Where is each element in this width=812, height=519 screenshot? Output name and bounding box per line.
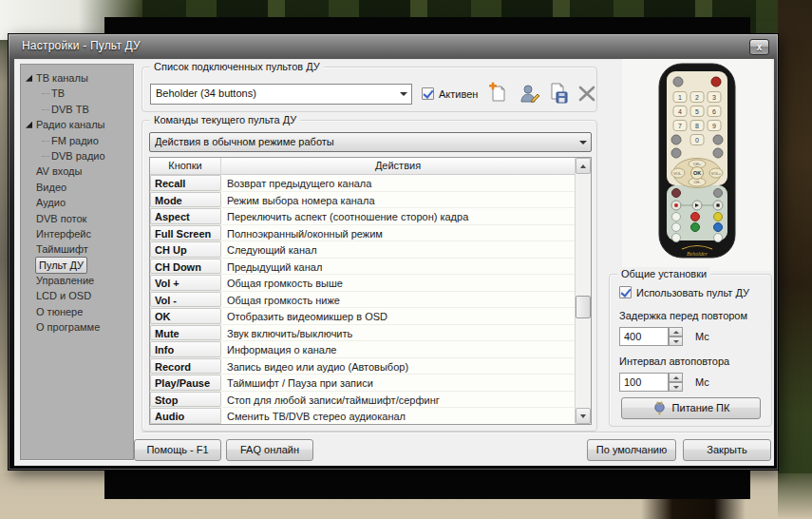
action-cell[interactable]: Сменить ТВ/DVB стерео аудиоканал bbox=[221, 408, 575, 424]
sidebar-item[interactable]: О тюнере bbox=[21, 304, 133, 319]
scroll-up-icon[interactable] bbox=[576, 158, 591, 174]
button-name-cell[interactable]: Info bbox=[150, 341, 221, 357]
action-cell[interactable]: Переключить аспект (соотношение сторон) … bbox=[221, 208, 575, 224]
action-cell[interactable]: Общая громкость ниже bbox=[221, 292, 575, 308]
sidebar-item[interactable]: Управление bbox=[21, 273, 133, 288]
sidebar-item[interactable]: Пульт ДУ bbox=[21, 258, 133, 273]
sidebar-item[interactable]: Видео bbox=[21, 180, 133, 195]
dialog-client-area: ТВ каналыТВDVB ТВРадио каналыFM радиоDVB… bbox=[14, 59, 774, 466]
table-row[interactable]: CH UpСледующий канал bbox=[150, 241, 575, 259]
action-cell[interactable]: Полноэкранный/оконный режим bbox=[221, 225, 575, 241]
table-scrollbar[interactable] bbox=[575, 158, 591, 424]
table-row[interactable]: Play/PauseТаймшифт / Пауза при записи bbox=[150, 375, 575, 392]
help-button[interactable]: Помощь - F1 bbox=[134, 439, 221, 461]
chevron-down-icon[interactable] bbox=[395, 85, 411, 104]
pc-power-button[interactable]: Питание ПК bbox=[621, 397, 761, 419]
sidebar-item[interactable]: ТВ bbox=[21, 86, 133, 101]
column-header-actions[interactable]: Действия bbox=[221, 158, 575, 174]
button-name-cell[interactable]: Mute bbox=[150, 325, 221, 341]
button-name-cell[interactable]: Full Screen bbox=[150, 225, 221, 241]
spin-up-icon[interactable] bbox=[669, 373, 683, 382]
remote-select[interactable]: Beholder (34 buttons) bbox=[150, 84, 412, 105]
action-cell[interactable]: Отобразить видеомикшер в OSD bbox=[221, 308, 575, 324]
checkbox-check-icon[interactable] bbox=[422, 87, 434, 100]
checkbox-check-icon[interactable] bbox=[619, 286, 632, 298]
sidebar-item[interactable]: DVB ТВ bbox=[21, 102, 133, 117]
svg-text:VOL+: VOL+ bbox=[711, 171, 722, 176]
column-header-buttons[interactable]: Кнопки bbox=[150, 158, 221, 174]
button-name-cell[interactable]: CH Down bbox=[150, 259, 221, 275]
button-name-cell[interactable]: Aspect bbox=[150, 208, 221, 224]
sidebar-item[interactable]: DVB поток bbox=[21, 211, 133, 226]
sidebar-item[interactable]: Таймшифт bbox=[21, 241, 133, 257]
edit-remote-icon[interactable] bbox=[519, 82, 541, 105]
close-button[interactable]: Закрыть bbox=[683, 439, 771, 461]
window-close-button[interactable]: x bbox=[749, 39, 769, 55]
sidebar-item[interactable]: О программе bbox=[21, 319, 133, 335]
action-cell[interactable]: Стоп для любой записи/таймшифт/серфинг bbox=[221, 392, 575, 408]
sidebar-item[interactable]: FM радио bbox=[21, 133, 133, 148]
table-row[interactable]: Full ScreenПолноэкранный/оконный режим bbox=[150, 225, 575, 242]
table-row[interactable]: AspectПереключить аспект (соотношение ст… bbox=[150, 208, 575, 225]
button-name-cell[interactable]: Audio bbox=[150, 408, 221, 424]
button-name-cell[interactable]: CH Up bbox=[150, 241, 221, 258]
action-cell[interactable]: Предыдущий канал bbox=[221, 259, 575, 275]
sidebar-tree[interactable]: ТВ каналыТВDVB ТВРадио каналыFM радиоDVB… bbox=[20, 64, 134, 460]
repeat-interval-input[interactable] bbox=[619, 373, 669, 392]
button-name-cell[interactable]: Record bbox=[150, 358, 221, 375]
spin-down-icon[interactable] bbox=[669, 336, 683, 346]
spin-down-icon[interactable] bbox=[669, 382, 683, 392]
table-row[interactable]: AudioСменить ТВ/DVB стерео аудиоканал bbox=[150, 408, 575, 424]
sidebar-item[interactable]: Аудио bbox=[21, 195, 133, 210]
chevron-down-icon[interactable] bbox=[575, 133, 591, 151]
sidebar-item[interactable]: LCD и OSD bbox=[21, 288, 133, 303]
table-row[interactable]: Vol +Общая громкость выше bbox=[150, 275, 575, 292]
scrollbar-thumb[interactable] bbox=[576, 296, 591, 318]
button-name-cell[interactable]: Mode bbox=[150, 192, 221, 208]
sidebar-item[interactable]: AV входы bbox=[21, 163, 133, 179]
sidebar-item[interactable]: Интерфейс bbox=[21, 226, 133, 241]
action-cell[interactable]: Общая громкость выше bbox=[221, 275, 575, 291]
action-cell[interactable]: Таймшифт / Пауза при записи bbox=[221, 375, 575, 391]
sidebar-item[interactable]: Радио каналы bbox=[21, 117, 133, 132]
table-row[interactable]: InfoИнформация о канале bbox=[150, 341, 575, 358]
spin-up-icon[interactable] bbox=[669, 327, 683, 336]
tree-expander-icon[interactable] bbox=[26, 75, 32, 82]
titlebar[interactable]: Настройки - Пульт ДУ x bbox=[9, 34, 778, 59]
action-cell[interactable]: Возврат предыдущего канала bbox=[221, 175, 575, 191]
use-remote-checkbox[interactable]: Использовать пульт ДУ bbox=[619, 286, 749, 298]
button-name-cell[interactable]: OK bbox=[150, 308, 221, 324]
repeat-delay-input[interactable] bbox=[619, 327, 669, 346]
delete-remote-icon[interactable] bbox=[576, 82, 598, 105]
table-row[interactable]: RecordЗапись видео или аудио (Автовыбор) bbox=[150, 358, 575, 375]
defaults-button[interactable]: По умолчанию bbox=[587, 439, 676, 461]
table-row[interactable]: MuteЗвук включить/выключить bbox=[150, 325, 575, 342]
command-mode-select[interactable]: Действия в обычном режиме работы bbox=[149, 132, 592, 152]
button-name-cell[interactable]: Stop bbox=[150, 392, 221, 408]
table-row[interactable]: StopСтоп для любой записи/таймшифт/серфи… bbox=[150, 392, 575, 409]
sidebar-item[interactable]: ТВ каналы bbox=[21, 70, 133, 86]
table-row[interactable]: RecallВозврат предыдущего канала bbox=[150, 175, 575, 192]
action-cell[interactable]: Следующий канал bbox=[221, 241, 575, 258]
button-name-cell[interactable]: Play/Pause bbox=[150, 375, 221, 391]
action-cell[interactable]: Запись видео или аудио (Автовыбор) bbox=[221, 358, 575, 375]
button-name-cell[interactable]: Vol - bbox=[150, 292, 221, 308]
button-name-cell[interactable]: Vol + bbox=[150, 275, 221, 291]
action-cell[interactable]: Информация о канале bbox=[221, 341, 575, 357]
table-row[interactable]: CH DownПредыдущий канал bbox=[150, 259, 575, 276]
button-name-cell[interactable]: Recall bbox=[150, 175, 221, 191]
tree-expander-icon[interactable] bbox=[26, 122, 32, 128]
new-remote-icon[interactable] bbox=[486, 82, 509, 105]
action-cell[interactable]: Звук включить/выключить bbox=[221, 325, 575, 341]
faq-button[interactable]: FAQ онлайн bbox=[226, 439, 313, 461]
use-remote-label: Использовать пульт ДУ bbox=[636, 287, 749, 298]
active-checkbox[interactable]: Активен bbox=[422, 87, 478, 100]
table-row[interactable]: OKОтобразить видеомикшер в OSD bbox=[150, 308, 575, 325]
table-row[interactable]: Vol -Общая громкость ниже bbox=[150, 292, 575, 309]
sidebar-item[interactable]: DVB радио bbox=[21, 148, 133, 163]
scroll-down-icon[interactable] bbox=[576, 408, 591, 424]
save-remote-icon[interactable] bbox=[547, 82, 570, 105]
action-cell[interactable]: Режим выбора номера канала bbox=[221, 192, 575, 208]
table-row[interactable]: ModeРежим выбора номера канала bbox=[150, 192, 575, 209]
sidebar-item-label: LCD и OSD bbox=[36, 288, 91, 303]
